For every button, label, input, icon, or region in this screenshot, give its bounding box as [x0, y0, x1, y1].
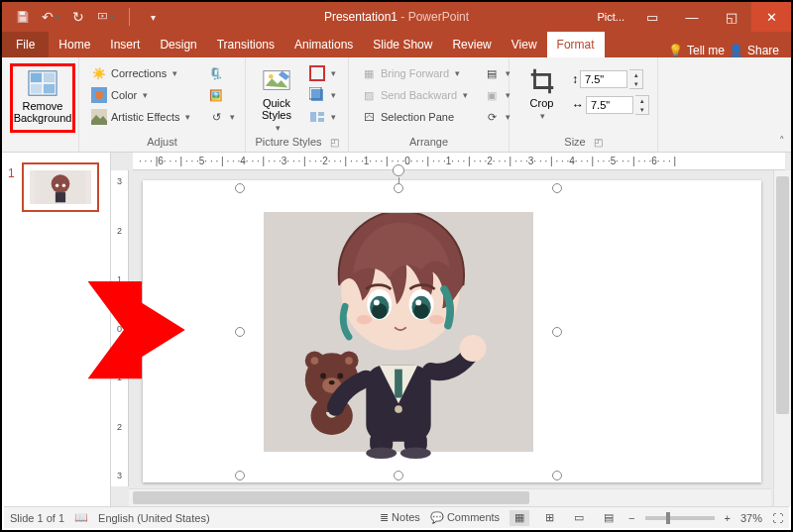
tab-file[interactable]: File — [2, 32, 49, 57]
notes-button[interactable]: ≣ Notes — [380, 511, 420, 524]
selected-picture[interactable] — [240, 188, 557, 476]
svg-point-22 — [62, 184, 65, 187]
resize-handle-ml[interactable] — [235, 327, 245, 337]
change-picture-button[interactable]: 🖼️ — [204, 85, 239, 105]
tab-transitions[interactable]: Transitions — [207, 32, 284, 57]
zoom-level[interactable]: 37% — [740, 512, 762, 524]
quick-styles-button[interactable]: Quick Styles ▾ — [254, 63, 299, 133]
align-icon: ▤ — [484, 65, 500, 81]
crop-button[interactable]: Crop▾ — [517, 63, 566, 133]
sorter-view-icon[interactable]: ⊞ — [539, 510, 559, 526]
zoom-out-button[interactable]: − — [628, 512, 634, 524]
svg-rect-5 — [44, 73, 55, 82]
restore-button[interactable]: ◱ — [712, 2, 751, 32]
collapse-ribbon-icon[interactable]: ˄ — [779, 135, 785, 148]
artistic-icon — [91, 109, 107, 125]
reset-picture-button[interactable]: ↺▾ — [204, 107, 239, 127]
width-input[interactable]: 7.5" — [586, 96, 633, 114]
close-button[interactable]: ✕ — [751, 2, 791, 32]
picstyles-launcher[interactable]: ◰ — [326, 137, 339, 148]
spellcheck-icon[interactable]: 📖 — [74, 511, 88, 524]
picture-content — [275, 213, 522, 461]
svg-point-32 — [329, 380, 335, 384]
window-title: Presentation1 - PowerPoint — [324, 10, 469, 24]
resize-handle-bm[interactable] — [394, 471, 403, 480]
corrections-button[interactable]: ☀️Corrections▾ — [87, 63, 194, 83]
customize-qat-icon[interactable]: ▾ — [144, 8, 162, 26]
selection-pane-button[interactable]: ⮹Selection Pane — [357, 107, 472, 127]
slide-count[interactable]: Slide 1 of 1 — [10, 512, 64, 524]
resize-handle-tm[interactable] — [394, 183, 403, 193]
artistic-effects-button[interactable]: Artistic Effects▾ — [87, 107, 194, 127]
normal-view-icon[interactable]: ▦ — [510, 510, 529, 526]
redo-icon[interactable]: ↻ — [69, 8, 87, 26]
height-input[interactable]: 7.5" — [580, 70, 627, 88]
tab-design[interactable]: Design — [150, 32, 206, 57]
save-icon[interactable] — [14, 8, 32, 26]
group-arrange-label: Arrange — [357, 134, 501, 150]
horizontal-scrollbar[interactable] — [129, 488, 771, 506]
effects-icon — [309, 87, 325, 103]
app-name: PowerPoint — [408, 10, 469, 24]
share-button[interactable]: 👤Share — [729, 44, 779, 57]
zoom-in-button[interactable]: + — [725, 512, 731, 524]
svg-point-29 — [320, 373, 326, 379]
horizontal-ruler: · · · |6· · · | · · ·5· · · | · · ·4· · … — [133, 153, 785, 170]
tab-view[interactable]: View — [502, 32, 547, 57]
svg-point-49 — [413, 303, 428, 318]
language-status[interactable]: English (United States) — [98, 512, 210, 524]
tab-slideshow[interactable]: Slide Show — [363, 32, 442, 57]
tab-review[interactable]: Review — [442, 32, 501, 57]
color-button[interactable]: Color▾ — [87, 85, 194, 105]
selection-pane-icon: ⮹ — [361, 109, 377, 125]
reading-view-icon[interactable]: ▭ — [569, 510, 589, 526]
picture-effects-button[interactable]: ▾ — [305, 85, 340, 105]
tab-home[interactable]: Home — [49, 32, 100, 57]
slide-thumbnail-1[interactable]: 1 — [8, 162, 104, 212]
fit-to-window-icon[interactable]: ⛶ — [772, 512, 783, 524]
rotate-handle[interactable] — [393, 164, 404, 176]
svg-rect-4 — [31, 73, 42, 82]
minimize-button[interactable]: — — [672, 2, 712, 32]
svg-point-27 — [311, 357, 319, 365]
svg-point-28 — [345, 357, 353, 365]
resize-handle-tr[interactable] — [552, 183, 562, 193]
svg-rect-6 — [31, 84, 42, 93]
zoom-slider[interactable] — [645, 516, 715, 520]
change-picture-icon: 🖼️ — [208, 87, 224, 103]
svg-rect-35 — [395, 370, 402, 398]
crop-icon — [526, 65, 558, 95]
group-size-label: Size — [564, 136, 585, 148]
svg-rect-7 — [44, 84, 55, 93]
comments-button[interactable]: 💬 Comments — [430, 511, 500, 524]
ribbon-options-icon[interactable]: ▭ — [632, 2, 672, 32]
bring-forward-button[interactable]: ▦Bring Forward▾ — [357, 63, 472, 83]
quick-access-toolbar: ↶▾ ↻ ▾ ▾ — [2, 8, 162, 26]
vertical-scrollbar[interactable] — [773, 170, 791, 506]
slideshow-view-icon[interactable]: ▤ — [599, 510, 619, 526]
tab-format[interactable]: Format — [547, 32, 605, 57]
tell-me-button[interactable]: 💡Tell me — [668, 44, 725, 57]
tab-animations[interactable]: Animations — [284, 32, 363, 57]
svg-point-9 — [95, 91, 103, 99]
undo-icon[interactable]: ↶▾ — [42, 8, 59, 26]
svg-point-40 — [366, 448, 396, 460]
resize-handle-tl[interactable] — [235, 183, 245, 193]
resize-handle-bl[interactable] — [235, 471, 245, 480]
height-spinner[interactable]: ▴▾ — [629, 69, 643, 89]
resize-handle-br[interactable] — [552, 471, 562, 480]
size-launcher[interactable]: ◰ — [590, 137, 603, 148]
picture-border-button[interactable]: ▾ — [305, 63, 340, 83]
resize-handle-mr[interactable] — [552, 327, 562, 337]
compress-pictures-button[interactable]: 🗜️ — [204, 63, 239, 83]
slide-canvas[interactable] — [143, 180, 761, 482]
send-backward-button[interactable]: ▨Send Backward▾ — [357, 85, 472, 105]
picture-layout-button[interactable]: ▾ — [305, 107, 340, 127]
start-from-beginning-icon[interactable]: ▾ — [97, 8, 115, 26]
svg-point-37 — [460, 335, 487, 362]
tab-insert[interactable]: Insert — [100, 32, 150, 57]
svg-rect-1 — [20, 17, 27, 22]
svg-point-52 — [429, 315, 444, 325]
width-spinner[interactable]: ▴▾ — [635, 95, 649, 115]
remove-background-button[interactable]: Remove Background — [10, 63, 75, 133]
